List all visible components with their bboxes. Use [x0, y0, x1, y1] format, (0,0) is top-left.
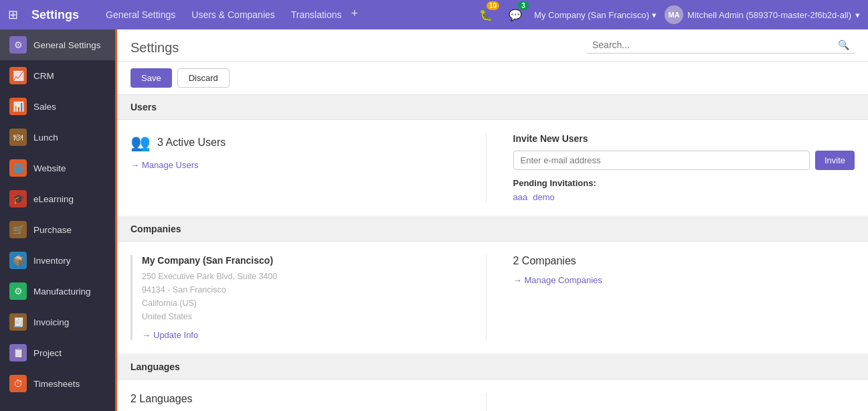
navbar-icons: 🐛 10 💬 3 My Company (San Francisco) ▾ MA…	[475, 4, 860, 25]
users-section-header: Users	[117, 95, 868, 120]
nav-general-settings[interactable]: General Settings	[99, 7, 182, 23]
main-content: Settings 🔍 Save Discard Users 👥 3 Activ	[117, 29, 868, 411]
layout: ⚙ General Settings 📈 CRM 📊 Sales 🍽 Lunch…	[0, 29, 868, 411]
companies-left: My Company (San Francisco) 250 Executive…	[131, 255, 487, 340]
sidebar-item-inventory[interactable]: 📦 Inventory	[0, 245, 115, 276]
arrow-icon: →	[131, 160, 139, 170]
search-icon: 🔍	[838, 39, 849, 50]
user-menu[interactable]: MA Mitchell Admin (589370-master-2f6b2d-…	[665, 5, 860, 24]
bug-icon-button[interactable]: 🐛 10	[475, 4, 497, 25]
company-card: My Company (San Francisco) 250 Executive…	[131, 255, 472, 340]
chat-icon-button[interactable]: 💬 3	[505, 4, 526, 25]
active-users-row: 👥 3 Active Users	[131, 133, 472, 152]
pending-tag-aaa[interactable]: aaa	[513, 192, 528, 202]
manage-companies-link[interactable]: → Manage Companies	[513, 275, 855, 285]
companies-count: 2 Companies	[513, 255, 855, 267]
sidebar-label-manufacturing: Manufacturing	[33, 286, 91, 297]
sidebar-item-crm[interactable]: 📈 CRM	[0, 60, 115, 91]
sidebar-item-elearning[interactable]: 🎓 eLearning	[0, 183, 115, 214]
users-group-icon: 👥	[131, 133, 151, 152]
companies-right: 2 Companies → Manage Companies	[500, 255, 855, 340]
purchase-icon: 🛒	[9, 221, 27, 238]
sidebar-label-timesheets: Timesheets	[33, 379, 80, 389]
sidebar-item-sales[interactable]: 📊 Sales	[0, 91, 115, 122]
invite-title: Invite New Users	[513, 133, 855, 144]
search-input[interactable]	[592, 39, 834, 50]
sidebar-label-project: Project	[33, 348, 62, 358]
languages-section-header: Languages	[117, 355, 868, 380]
languages-left: 2 Languages → Manage Languages	[131, 393, 487, 411]
companies-section-body: My Company (San Francisco) 250 Executive…	[117, 242, 868, 353]
sidebar-label-lunch: Lunch	[33, 133, 58, 143]
elearning-icon: 🎓	[9, 190, 27, 208]
timesheets-icon: ⏱	[9, 375, 27, 392]
top-navbar: ⊞ Settings General Settings Users & Comp…	[0, 0, 868, 29]
pending-invitations-label: Pending Invitations:	[513, 178, 855, 188]
company-dropdown-icon: ▾	[652, 10, 657, 20]
company-address: 250 Executive Park Blvd, Suite 3400 9413…	[142, 270, 472, 323]
manage-companies-label: Manage Companies	[525, 275, 602, 285]
avatar: MA	[665, 5, 683, 24]
sidebar-label-general-settings: General Settings	[33, 40, 101, 50]
pending-tag-demo[interactable]: demo	[533, 192, 555, 202]
avatar-initials: MA	[668, 11, 679, 19]
company-selector[interactable]: My Company (San Francisco) ▾	[534, 10, 657, 20]
languages-section-body: 2 Languages → Manage Languages	[117, 380, 868, 411]
users-right: Invite New Users Invite Pending Invitati…	[500, 133, 855, 202]
users-section-body: 👥 3 Active Users → Manage Users Invite N…	[117, 120, 868, 216]
website-icon: 🌐	[9, 159, 27, 177]
sidebar-label-invoicing: Invoicing	[33, 317, 69, 327]
users-left: 👥 3 Active Users → Manage Users	[131, 133, 487, 202]
discard-button[interactable]: Discard	[177, 68, 230, 88]
company-addr-line3: California (US)	[142, 297, 472, 310]
sidebar-item-website[interactable]: 🌐 Website	[0, 153, 115, 183]
save-button[interactable]: Save	[131, 68, 172, 88]
languages-section: Languages 2 Languages → Manage Languages	[117, 355, 868, 411]
company-addr-line2: 94134 - San Francisco	[142, 283, 472, 297]
update-info-link[interactable]: → Update Info	[142, 330, 472, 340]
manage-users-label: Manage Users	[142, 160, 199, 170]
sidebar-item-timesheets[interactable]: ⏱ Timesheets	[0, 368, 115, 399]
invoicing-icon: 🧾	[9, 313, 27, 331]
sidebar-label-purchase: Purchase	[33, 225, 72, 235]
sidebar-item-purchase[interactable]: 🛒 Purchase	[0, 214, 115, 245]
grid-icon[interactable]: ⊞	[8, 7, 18, 22]
sidebar: ⚙ General Settings 📈 CRM 📊 Sales 🍽 Lunch…	[0, 29, 117, 411]
sidebar-item-general-settings[interactable]: ⚙ General Settings	[0, 29, 115, 60]
manage-users-link[interactable]: → Manage Users	[131, 160, 472, 170]
active-users-label: 3 Active Users	[157, 137, 226, 149]
email-input[interactable]	[513, 151, 810, 170]
crm-icon: 📈	[9, 67, 27, 84]
company-name: My Company (San Francisco)	[534, 10, 649, 20]
companies-section: Companies My Company (San Francisco) 250…	[117, 217, 868, 353]
manufacturing-icon: ⚙	[9, 282, 27, 300]
sidebar-item-invoicing[interactable]: 🧾 Invoicing	[0, 307, 115, 337]
users-section: Users 👥 3 Active Users → Manage Users	[117, 95, 868, 216]
project-icon: 📋	[9, 344, 27, 361]
sidebar-label-sales: Sales	[33, 102, 56, 112]
app-title: Settings	[31, 8, 79, 22]
invite-button[interactable]: Invite	[815, 151, 855, 170]
update-arrow-icon: →	[142, 330, 151, 340]
inventory-icon: 📦	[9, 252, 27, 269]
company-addr-line4: United States	[142, 310, 472, 323]
sidebar-label-website: Website	[33, 163, 66, 173]
manage-companies-arrow-icon: →	[513, 275, 522, 285]
bug-badge: 10	[487, 1, 499, 10]
company-name: My Company (San Francisco)	[142, 255, 472, 266]
nav-users-companies[interactable]: Users & Companies	[185, 7, 282, 23]
add-nav-icon[interactable]: +	[351, 7, 359, 23]
lunch-icon: 🍽	[9, 129, 27, 146]
pending-tags: aaa demo	[513, 192, 855, 202]
languages-count: 2 Languages	[131, 393, 472, 405]
user-dropdown-icon: ▾	[855, 10, 860, 20]
sidebar-item-project[interactable]: 📋 Project	[0, 337, 115, 368]
update-info-label: Update Info	[153, 330, 198, 340]
sidebar-label-crm: CRM	[33, 71, 54, 81]
gear-icon: ⚙	[9, 36, 27, 54]
sidebar-item-manufacturing[interactable]: ⚙ Manufacturing	[0, 276, 115, 307]
search-bar: 🔍	[587, 37, 855, 54]
nav-translations[interactable]: Translations	[284, 7, 349, 23]
sidebar-item-lunch[interactable]: 🍽 Lunch	[0, 122, 115, 153]
toolbar: Save Discard	[117, 62, 868, 95]
